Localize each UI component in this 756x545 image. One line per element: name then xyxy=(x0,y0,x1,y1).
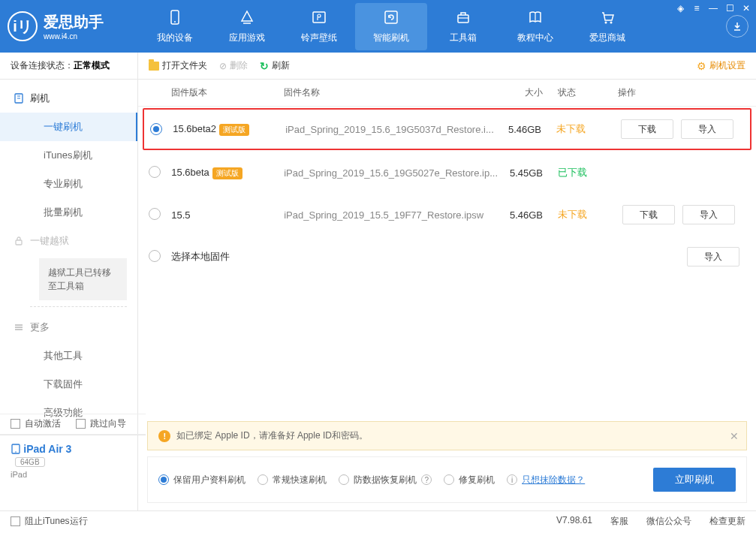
sidebar-other-tools[interactable]: 其他工具 xyxy=(0,342,137,370)
opt-repair[interactable]: 修复刷机 xyxy=(444,474,495,486)
nav-flash[interactable]: 智能刷机 xyxy=(355,3,427,50)
help-icon[interactable]: ? xyxy=(421,474,432,485)
win-skin-icon[interactable]: ◈ xyxy=(675,3,685,14)
win-max-icon[interactable]: ☐ xyxy=(724,3,735,14)
info-icon[interactable]: i xyxy=(507,474,517,485)
col-version: 固件版本 xyxy=(171,86,284,99)
apps-icon xyxy=(211,9,283,29)
svg-point-1 xyxy=(174,21,176,23)
delete-button[interactable]: ⊘ 删除 xyxy=(219,59,248,72)
book-icon xyxy=(499,9,571,29)
nav-ringtones[interactable]: 铃声壁纸 xyxy=(283,3,355,50)
download-indicator-icon[interactable] xyxy=(726,15,748,38)
skip-guide-checkbox[interactable] xyxy=(76,419,86,429)
svg-point-17 xyxy=(15,451,17,453)
opt-normal[interactable]: 常规快速刷机 xyxy=(258,474,327,486)
refresh-square-icon xyxy=(355,9,427,29)
win-menu-icon[interactable]: ≡ xyxy=(691,3,702,14)
device-capacity: 64GB xyxy=(15,457,45,467)
jailbreak-note: 越狱工具已转移至工具箱 xyxy=(39,258,127,300)
open-folder-button[interactable]: 打开文件夹 xyxy=(149,59,207,72)
phone-icon xyxy=(139,9,211,29)
flash-icon xyxy=(14,93,24,104)
warning-icon: ! xyxy=(158,430,170,442)
nav-store[interactable]: 爱思商城 xyxy=(571,3,643,50)
refresh-button[interactable]: ↻ 刷新 xyxy=(260,59,290,72)
gear-icon: ⚙ xyxy=(697,60,706,72)
svg-rect-12 xyxy=(16,240,22,245)
logo-icon: iリ xyxy=(8,11,38,41)
table-row: 15.6beta2测试版 iPad_Spring_2019_15.6_19G50… xyxy=(143,108,751,150)
image-icon xyxy=(283,9,355,29)
sidebar-pro-flash[interactable]: 专业刷机 xyxy=(0,170,137,198)
sidebar-itunes-flash[interactable]: iTunes刷机 xyxy=(0,141,137,170)
block-itunes-checkbox[interactable] xyxy=(11,516,20,526)
folder-icon xyxy=(149,62,159,71)
download-button[interactable]: 下载 xyxy=(621,119,673,139)
warning-bar: ! 如已绑定 Apple ID，请准备好 Apple ID和密码。 ✕ xyxy=(147,421,747,450)
check-update-link[interactable]: 检查更新 xyxy=(709,515,745,528)
opt-recovery[interactable]: 防数据恢复刷机? xyxy=(339,474,432,486)
sidebar-batch-flash[interactable]: 批量刷机 xyxy=(0,198,137,227)
app-name: 爱思助手 xyxy=(44,12,104,32)
device-panel: iPad Air 3 64GB iPad xyxy=(0,435,146,486)
col-status: 状态 xyxy=(558,86,618,99)
close-icon[interactable]: ✕ xyxy=(730,430,739,442)
auto-activate-label: 自动激活 xyxy=(25,417,61,430)
col-ops: 操作 xyxy=(618,86,745,99)
row-radio[interactable] xyxy=(149,208,161,220)
svg-rect-6 xyxy=(458,15,468,23)
svg-point-9 xyxy=(605,21,607,23)
auto-activate-checkbox[interactable] xyxy=(11,419,20,429)
toolbox-icon xyxy=(427,9,499,29)
more-icon xyxy=(14,322,24,333)
app-logo: iリ 爱思助手 www.i4.cn xyxy=(8,11,124,41)
table-row: 15.6beta测试版 iPad_Spring_2019_15.6_19G502… xyxy=(138,152,756,194)
nav-my-device[interactable]: 我的设备 xyxy=(139,3,211,50)
win-close-icon[interactable]: ✕ xyxy=(741,3,751,14)
sidebar-more[interactable]: 更多 xyxy=(0,313,137,342)
refresh-icon: ↻ xyxy=(260,60,269,72)
wechat-link[interactable]: 微信公众号 xyxy=(646,515,691,528)
flash-settings-button[interactable]: ⚙ 刷机设置 xyxy=(697,59,745,72)
flash-options: 保留用户资料刷机 常规快速刷机 防数据恢复刷机? 修复刷机 i只想抹除数据？ 立… xyxy=(147,456,747,503)
svg-point-4 xyxy=(318,14,321,17)
download-button[interactable]: 下载 xyxy=(622,205,675,224)
sidebar-one-click-flash[interactable]: 一键刷机 xyxy=(0,113,137,141)
table-row: 15.5 iPad_Spring_2019_15.5_19F77_Restore… xyxy=(138,194,756,236)
nav-tutorials[interactable]: 教程中心 xyxy=(499,3,571,50)
cart-icon xyxy=(571,9,643,29)
nav-apps[interactable]: 应用游戏 xyxy=(211,3,283,50)
row-radio[interactable] xyxy=(149,166,161,178)
local-firmware-row: 选择本地固件 导入 xyxy=(138,236,756,278)
col-name: 固件名称 xyxy=(284,86,498,99)
import-button[interactable]: 导入 xyxy=(681,119,733,139)
delete-icon: ⊘ xyxy=(219,61,227,71)
version-label: V7.98.61 xyxy=(556,515,592,528)
block-itunes-label: 阻止iTunes运行 xyxy=(25,515,88,528)
service-link[interactable]: 客服 xyxy=(610,515,628,528)
connection-status: 设备连接状态：正常模式 xyxy=(0,53,137,80)
flash-now-button[interactable]: 立即刷机 xyxy=(653,468,736,492)
device-name: iPad Air 3 xyxy=(23,443,71,455)
device-type: iPad xyxy=(11,470,135,479)
import-button[interactable]: 导入 xyxy=(682,205,735,224)
sidebar-flash[interactable]: 刷机 xyxy=(0,84,137,113)
lock-icon xyxy=(14,236,24,246)
table-header: 固件版本 固件名称 大小 状态 操作 xyxy=(138,80,756,107)
app-site: www.i4.cn xyxy=(44,32,104,41)
col-size: 大小 xyxy=(498,86,558,99)
tablet-icon xyxy=(11,446,23,456)
skip-guide-label: 跳过向导 xyxy=(90,417,126,430)
row-radio[interactable] xyxy=(149,250,161,262)
erase-link[interactable]: 只想抹除数据？ xyxy=(522,474,585,486)
opt-keep-data[interactable]: 保留用户资料刷机 xyxy=(158,474,245,486)
sidebar-download-firmware[interactable]: 下载固件 xyxy=(0,370,137,399)
win-min-icon[interactable]: — xyxy=(708,3,718,14)
svg-point-10 xyxy=(610,21,613,23)
row-radio[interactable] xyxy=(150,123,162,135)
nav-toolbox[interactable]: 工具箱 xyxy=(427,3,499,50)
sidebar-jailbreak: 一键越狱 xyxy=(0,227,137,255)
import-button[interactable]: 导入 xyxy=(687,247,739,266)
